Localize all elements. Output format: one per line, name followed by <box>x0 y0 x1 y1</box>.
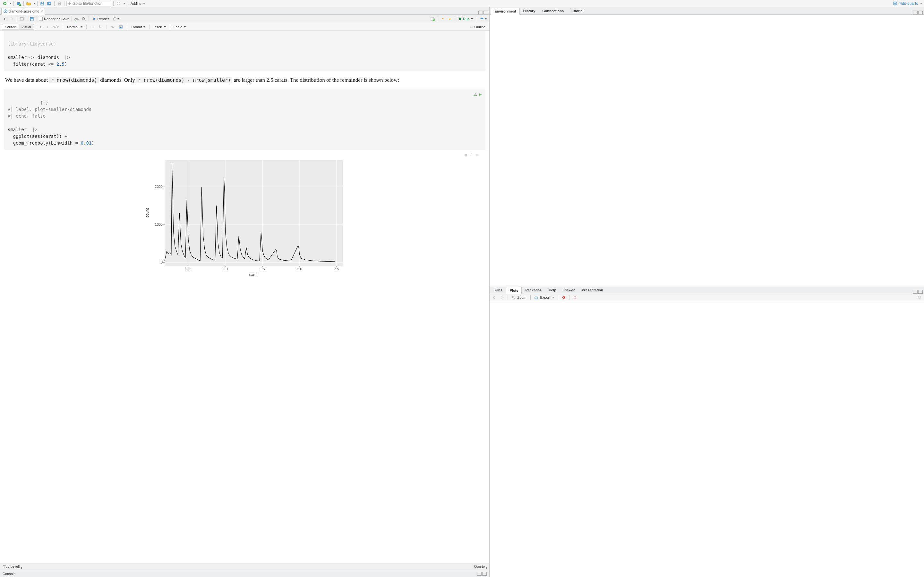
env-max-icon[interactable] <box>918 11 923 15</box>
goto-file-function[interactable]: Go to file/function <box>66 1 111 6</box>
tab-help[interactable]: Help <box>545 287 560 293</box>
insert-menu[interactable]: Insert <box>152 24 168 29</box>
code-button[interactable]: </> <box>51 24 61 29</box>
clear-plots-icon[interactable] <box>572 295 578 300</box>
go-next-chunk-icon[interactable] <box>447 16 453 22</box>
image-button[interactable] <box>117 25 125 29</box>
close-tab-icon[interactable]: × <box>40 9 43 13</box>
svg-text:carat: carat <box>249 272 258 277</box>
scope-indicator[interactable]: (Top Level)▴▾ <box>3 564 22 570</box>
insert-chunk-icon[interactable]: C <box>430 16 436 22</box>
project-name: r4ds-quarto <box>899 1 918 6</box>
tab-history[interactable]: History <box>520 7 539 15</box>
zoom-button[interactable]: Zoom <box>510 294 527 301</box>
plots-min-icon[interactable] <box>913 290 918 293</box>
refresh-plot-icon[interactable] <box>916 295 922 300</box>
file-tab-diamond-sizes[interactable]: diamond-sizes.qmd × <box>1 8 45 15</box>
save-doc-icon[interactable] <box>29 16 35 22</box>
run-chunk-icon[interactable] <box>479 91 482 98</box>
outline-button[interactable]: Outline <box>468 24 488 29</box>
workspace-panes-caret[interactable] <box>123 3 125 4</box>
plot-close-icon[interactable]: ✕ <box>476 153 479 157</box>
spellcheck-icon[interactable]: ABC <box>74 16 79 22</box>
visual-mode-button[interactable]: Visual <box>19 24 34 30</box>
plot-next-icon[interactable] <box>499 295 505 300</box>
export-button[interactable]: Export <box>533 294 556 301</box>
tab-packages[interactable]: Packages <box>522 287 545 293</box>
svg-rect-45 <box>470 27 471 28</box>
new-project-icon[interactable] <box>16 1 21 6</box>
tab-tutorial[interactable]: Tutorial <box>567 7 587 15</box>
tab-connections[interactable]: Connections <box>539 7 567 15</box>
tab-plots[interactable]: Plots <box>506 287 522 294</box>
tab-viewer[interactable]: Viewer <box>560 287 578 293</box>
bullet-list-button[interactable] <box>89 25 96 29</box>
publish-icon[interactable] <box>479 16 487 22</box>
addins-menu[interactable]: Addins <box>129 0 146 7</box>
show-in-new-window-icon[interactable] <box>19 16 25 22</box>
source-mode-button[interactable]: Source <box>2 24 19 30</box>
code-chunk-plot[interactable]: {r} #| label: plot-smaller-diamonds #| e… <box>4 89 485 150</box>
grid-icon[interactable] <box>115 1 121 6</box>
editor-body[interactable]: library(tidyverse) smaller <- diamonds |… <box>0 31 489 564</box>
run-button[interactable]: Run <box>457 16 475 22</box>
svg-rect-34 <box>92 27 94 27</box>
svg-rect-14 <box>117 4 118 5</box>
open-recent-caret[interactable] <box>33 3 35 4</box>
plot-popout-icon[interactable]: ⧉ <box>465 153 467 157</box>
new-file-caret[interactable] <box>10 3 11 4</box>
tab-environment[interactable]: Environment <box>491 8 519 15</box>
save-all-icon[interactable] <box>47 1 52 6</box>
save-icon[interactable] <box>39 1 45 6</box>
render-button[interactable]: Render <box>91 16 111 22</box>
prose-paragraph[interactable]: We have data about r nrow(diamonds) diam… <box>5 76 484 84</box>
numbered-list-button[interactable]: 12 <box>97 25 105 29</box>
tab-files[interactable]: Files <box>491 287 506 293</box>
link-button[interactable] <box>109 25 116 29</box>
svg-rect-46 <box>471 26 473 26</box>
plot-prev-icon[interactable] <box>491 295 497 300</box>
minimize-pane-icon[interactable] <box>478 11 483 15</box>
format-menu[interactable]: Format <box>129 24 148 29</box>
svg-text:2000: 2000 <box>155 185 162 189</box>
forward-icon[interactable] <box>9 16 15 22</box>
render-on-save-checkbox[interactable] <box>39 17 43 21</box>
env-min-icon[interactable] <box>913 11 918 15</box>
console-tab-bar: Console <box>0 570 489 577</box>
render-on-save-label: Render on Save <box>44 17 69 21</box>
maximize-pane-icon[interactable] <box>483 11 488 15</box>
svg-point-19 <box>5 11 6 12</box>
run-above-icon[interactable] <box>473 91 477 98</box>
table-menu[interactable]: Table <box>172 24 188 29</box>
style-dropdown[interactable]: Normal <box>65 24 84 29</box>
outline-label: Outline <box>475 25 486 29</box>
plots-tabs: Files Plots Packages Help Viewer Present… <box>489 286 924 294</box>
console-max-icon[interactable] <box>482 572 487 576</box>
find-replace-icon[interactable] <box>81 16 87 22</box>
new-file-icon[interactable] <box>2 1 8 6</box>
plot-output: ⧉ ⌃ ✕ <box>4 152 485 280</box>
render-options-icon[interactable] <box>112 16 120 22</box>
console-tab[interactable]: Console <box>3 572 15 576</box>
plot-collapse-icon[interactable]: ⌃ <box>470 153 473 157</box>
svg-rect-21 <box>20 18 23 18</box>
bold-button[interactable]: B <box>38 24 45 29</box>
svg-text:C: C <box>433 19 435 21</box>
console-min-icon[interactable] <box>477 572 481 576</box>
remove-plot-icon[interactable] <box>561 295 567 300</box>
go-prev-chunk-icon[interactable] <box>440 16 446 22</box>
italic-button[interactable]: I <box>45 24 50 29</box>
project-menu[interactable]: R r4ds-quarto <box>893 1 922 6</box>
doc-format-indicator[interactable]: Quarto▴▾ <box>474 564 487 570</box>
svg-text:2.0: 2.0 <box>297 267 302 271</box>
svg-text:ABC: ABC <box>74 17 79 20</box>
svg-point-25 <box>82 17 84 19</box>
plots-max-icon[interactable] <box>918 290 923 293</box>
tab-presentation[interactable]: Presentation <box>578 287 607 293</box>
code-chunk-setup[interactable]: library(tidyverse) smaller <- diamonds |… <box>4 31 485 71</box>
plots-toolbar: Zoom Export <box>489 294 924 301</box>
svg-text:1.5: 1.5 <box>260 267 265 271</box>
back-icon[interactable] <box>2 16 8 22</box>
open-file-icon[interactable] <box>26 1 31 6</box>
print-icon[interactable] <box>57 1 62 6</box>
